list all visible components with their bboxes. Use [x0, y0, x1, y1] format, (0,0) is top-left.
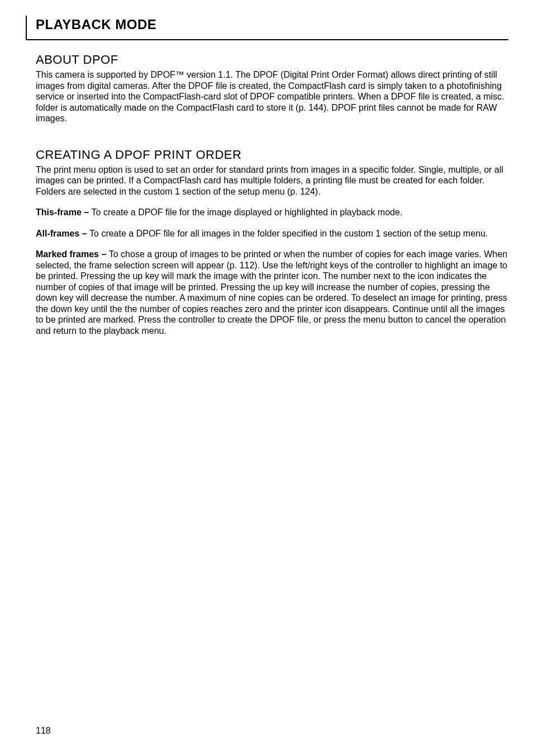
page-number: 118 [36, 726, 51, 736]
all-frames-paragraph: All-frames – To create a DPOF file for a… [36, 228, 508, 239]
creating-order-intro: The print menu option is used to set an … [36, 164, 508, 197]
this-frame-text: To create a DPOF file for the image disp… [92, 207, 403, 217]
about-dpof-section: ABOUT DPOF This camera is supported by D… [36, 53, 508, 124]
about-dpof-heading: ABOUT DPOF [36, 53, 508, 67]
creating-order-heading: CREATING A DPOF PRINT ORDER [36, 148, 508, 162]
page-title: PLAYBACK MODE [36, 17, 508, 32]
this-frame-paragraph: This-frame – To create a DPOF file for t… [36, 207, 508, 218]
this-frame-label: This-frame – [36, 207, 92, 217]
marked-frames-paragraph: Marked frames – To chose a group of imag… [36, 249, 508, 336]
marked-frames-text: To chose a group of images to be printed… [36, 249, 507, 336]
creating-order-section: CREATING A DPOF PRINT ORDER The print me… [36, 148, 508, 337]
about-dpof-body: This camera is supported by DPOF™ versio… [36, 69, 508, 124]
all-frames-text: To create a DPOF file for all images in … [89, 229, 488, 238]
marked-frames-label: Marked frames – [36, 249, 109, 259]
section-header: PLAYBACK MODE [26, 16, 508, 40]
all-frames-label: All-frames – [36, 229, 89, 238]
